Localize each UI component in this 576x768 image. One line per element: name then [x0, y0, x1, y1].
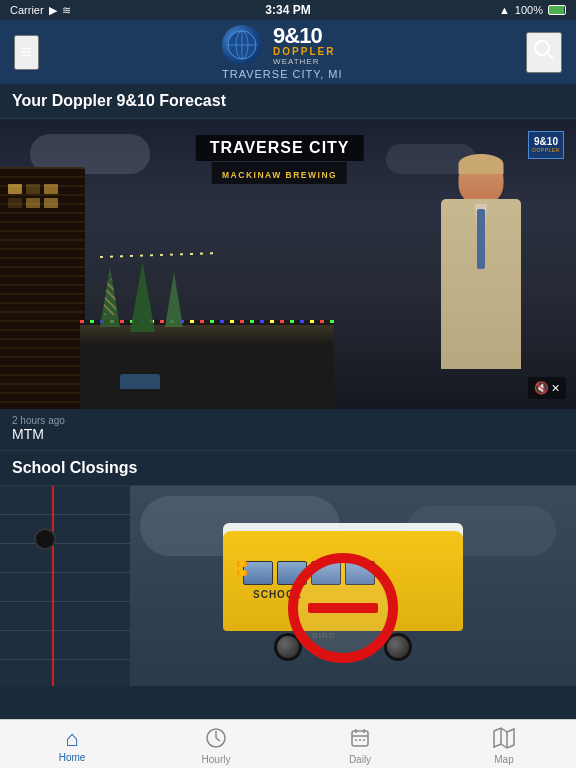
city-scene [0, 154, 334, 409]
video-label: MTM [12, 426, 564, 442]
tab-home[interactable]: ⌂ Home [0, 720, 144, 768]
bus-light-1 [237, 561, 247, 567]
svg-marker-16 [494, 728, 514, 748]
status-left: Carrier ▶ ≋ [10, 4, 71, 17]
logo-image: 9&10 DOPPLER WEATHER [222, 24, 342, 66]
bus-lights [237, 561, 247, 576]
forecaster-area [346, 119, 576, 409]
hourly-icon [205, 727, 227, 752]
main-content: Your Doppler 9&10 Forecast [0, 84, 576, 719]
tab-map-label: Map [494, 754, 513, 765]
forecast-section-header: Your Doppler 9&10 Forecast [0, 84, 576, 119]
video-player[interactable]: TRAVERSE CITY MACKINAW BREWING 9&10 DOPP… [0, 119, 576, 409]
status-right: ▲ 100% [499, 4, 566, 16]
svg-rect-9 [352, 731, 368, 746]
tab-map[interactable]: Map [432, 720, 576, 768]
nav-logo: 9&10 DOPPLER WEATHER TRAVERSE CITY, MI [39, 24, 526, 80]
logo-910-text: 9&10 [273, 25, 322, 47]
mute-x-icon: ✕ [551, 382, 560, 395]
wifi-icon: ≋ [62, 4, 71, 17]
logo-text: 9&10 DOPPLER WEATHER [273, 25, 335, 66]
status-time: 3:34 PM [265, 3, 310, 17]
video-time: 2 hours ago [12, 415, 564, 426]
mute-icon: 🔇 [534, 381, 549, 395]
svg-point-4 [535, 41, 549, 55]
tab-hourly-label: Hourly [202, 754, 231, 765]
map-icon [493, 727, 515, 752]
bus-window [243, 561, 273, 585]
svg-line-5 [547, 53, 553, 59]
tab-bar: ⌂ Home Hourly Daily [0, 719, 576, 768]
video-meta: 2 hours ago MTM [0, 409, 576, 451]
channel-number: 9&10 [534, 137, 558, 147]
status-bar: Carrier ▶ ≋ 3:34 PM ▲ 100% [0, 0, 576, 20]
menu-button[interactable]: ≡ [14, 35, 39, 70]
logo-doppler-text: DOPPLER [273, 47, 335, 57]
svg-line-8 [216, 738, 220, 741]
chart-dot [34, 528, 56, 550]
school-bus: SCHOOL BLUE BIRD [213, 511, 473, 661]
tab-daily[interactable]: Daily [288, 720, 432, 768]
chart-red-line [52, 486, 54, 686]
no-entry-sign [288, 553, 398, 663]
nav-location: TRAVERSE CITY, MI [222, 68, 343, 80]
tab-hourly[interactable]: Hourly [144, 720, 288, 768]
video-overlay: TRAVERSE CITY MACKINAW BREWING [196, 135, 364, 184]
bus-light-2 [237, 570, 247, 576]
location-arrow-icon: ▲ [499, 4, 510, 16]
home-icon: ⌂ [65, 728, 78, 750]
forecaster-figure [406, 149, 556, 409]
school-closings-section: School Closings [0, 451, 576, 686]
school-closings-header: School Closings [0, 451, 576, 486]
forecast-title: Your Doppler 9&10 Forecast [12, 92, 226, 109]
overlay-city: TRAVERSE CITY [210, 139, 350, 157]
battery-label: 100% [515, 4, 543, 16]
mute-button[interactable]: 🔇 ✕ [528, 377, 566, 399]
nav-bar: ≡ 9&10 DOPPLER WEATHER TRAVERSE CITY, MI [0, 20, 576, 84]
logo-weather-text: WEATHER [273, 57, 319, 66]
tab-home-label: Home [59, 752, 86, 763]
school-bus-area: SCHOOL BLUE BIRD [110, 486, 576, 686]
logo-globe [222, 25, 262, 65]
channel-doppler: DOPPLER [532, 147, 559, 153]
daily-icon [349, 727, 371, 752]
signal-icon: ▶ [49, 4, 57, 17]
carrier-label: Carrier [10, 4, 44, 16]
battery-icon [548, 5, 566, 15]
school-closings-content: SCHOOL BLUE BIRD [0, 486, 576, 686]
search-button[interactable] [526, 32, 562, 73]
channel-badge: 9&10 DOPPLER [528, 131, 564, 159]
school-closings-title: School Closings [12, 459, 137, 476]
tab-daily-label: Daily [349, 754, 371, 765]
overlay-subtitle: MACKINAW BREWING [222, 170, 337, 180]
